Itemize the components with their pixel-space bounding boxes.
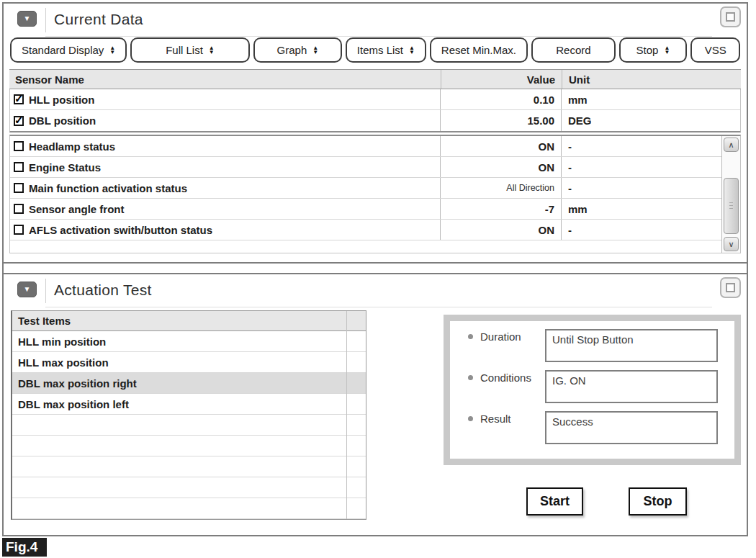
- toolbar-dropdown-button[interactable]: VSS: [690, 37, 740, 63]
- toolbar-dropdown-button[interactable]: Record: [531, 37, 616, 63]
- toolbar-button-label: Standard Display: [22, 44, 104, 56]
- toolbar-button-label: Graph: [277, 44, 307, 56]
- sensor-value-cell: ON: [441, 220, 562, 240]
- test-detail-value-box[interactable]: Until Stop Button: [545, 329, 718, 362]
- test-detail-value-box[interactable]: Success: [545, 411, 718, 444]
- empty-row: [12, 456, 366, 477]
- sensor-unit-cell: -: [562, 178, 721, 198]
- sensor-name-cell: AFLS activation swith/button status: [10, 220, 441, 240]
- diagnostic-window: ▼ Current Data Standard Display ▲▼ Full …: [2, 2, 748, 536]
- test-item-row[interactable]: DBL max position left: [12, 394, 366, 415]
- current-data-title: Current Data: [54, 11, 143, 28]
- scroll-up-button[interactable]: ∧: [724, 138, 739, 152]
- toolbar-dropdown-button[interactable]: Graph ▲▼: [253, 37, 343, 63]
- bullet-icon: [468, 334, 473, 339]
- sensor-unit-cell: mm: [562, 89, 740, 109]
- selected-sensors-section: HLL position 0.10 mm DBL position 15.00: [9, 89, 741, 132]
- sensor-name-label: Sensor angle front: [29, 203, 125, 215]
- stop-button[interactable]: Stop: [629, 487, 687, 516]
- sensor-value: ON: [539, 224, 555, 236]
- sensor-table-header: Sensor Name Value Unit: [9, 69, 741, 89]
- sensor-row[interactable]: DBL position 15.00 DEG: [10, 110, 740, 131]
- sensor-rows: Headlamp status ON - Engine Status: [10, 136, 721, 253]
- sensor-checkbox[interactable]: [14, 183, 24, 193]
- header-divider: [45, 279, 46, 303]
- test-items-column-header: Test Items: [12, 311, 366, 331]
- sensor-name-cell: Engine Status: [10, 157, 441, 177]
- sensor-checkbox[interactable]: [14, 141, 24, 151]
- sensor-row[interactable]: HLL position 0.10 mm: [10, 89, 740, 110]
- sensor-name-cell: HLL position: [10, 89, 441, 109]
- sensor-checkbox[interactable]: [14, 225, 24, 235]
- current-data-header: ▼ Current Data: [4, 4, 747, 37]
- sensor-checkbox[interactable]: [14, 162, 24, 172]
- start-button[interactable]: Start: [526, 487, 583, 516]
- sensor-row[interactable]: Sensor angle front -7 mm: [10, 199, 721, 220]
- sensor-name-cell: Main function activation status: [10, 178, 441, 198]
- test-item-label: HLL min position: [18, 336, 106, 348]
- table-right-column-divider: [346, 311, 347, 519]
- sensor-checkbox[interactable]: [14, 116, 24, 126]
- sensor-row[interactable]: Engine Status ON -: [10, 157, 721, 178]
- sensor-name-label: AFLS activation swith/button status: [29, 224, 212, 236]
- test-detail-frame: Duration Until Stop Button Conditions IG…: [444, 315, 741, 465]
- sensor-value-cell: 0.10: [441, 89, 562, 109]
- toolbar-button-label: Record: [556, 44, 590, 56]
- sensor-value: ON: [539, 140, 555, 153]
- toolbar-dropdown-button[interactable]: Stop ▲▼: [619, 37, 688, 63]
- actuation-test-header: ▼ Actuation Test: [4, 274, 747, 307]
- up-down-arrows-icon: ▲▼: [209, 46, 215, 55]
- toolbar-button-label: Reset Min.Max.: [441, 44, 516, 56]
- empty-row: [12, 498, 366, 519]
- collapse-current-data-button[interactable]: ▼: [17, 11, 37, 27]
- test-item-row[interactable]: HLL min position: [12, 331, 366, 352]
- square-icon: [726, 283, 735, 292]
- toolbar-button-label: VSS: [705, 44, 726, 56]
- sensor-row[interactable]: Main function activation status All Dire…: [10, 178, 721, 199]
- current-data-panel: ▼ Current Data Standard Display ▲▼ Full …: [4, 4, 747, 264]
- empty-row: [12, 436, 366, 456]
- sensor-name-label: DBL position: [29, 114, 96, 127]
- test-detail-label: Duration: [480, 329, 545, 343]
- sensor-value: 0.10: [534, 94, 554, 106]
- sensor-name-cell: DBL position: [10, 110, 441, 131]
- sensor-row[interactable]: Headlamp status ON -: [10, 136, 721, 157]
- sensor-checkbox[interactable]: [14, 204, 24, 214]
- figure-caption: Fig.4: [2, 538, 47, 557]
- empty-row: [12, 477, 366, 498]
- vertical-scrollbar[interactable]: ∧ ∨: [721, 136, 740, 253]
- actuation-test-panel: ▼ Actuation Test Test Items HLL min posi…: [4, 273, 747, 530]
- sensor-name-cell: Headlamp status: [10, 136, 441, 156]
- panel-separator: [4, 264, 747, 273]
- chevron-down-icon: ▼: [24, 286, 31, 293]
- test-item-row[interactable]: DBL max position right: [12, 373, 366, 394]
- sensor-name-label: Engine Status: [29, 161, 101, 174]
- toolbar-dropdown-button[interactable]: Reset Min.Max.: [430, 37, 528, 63]
- sensor-unit-cell: -: [562, 220, 721, 240]
- toolbar-dropdown-button[interactable]: Items List ▲▼: [346, 37, 426, 63]
- sensor-scroll-area: Headlamp status ON - Engine Status: [9, 135, 741, 253]
- collapse-actuation-test-button[interactable]: ▼: [17, 282, 37, 297]
- scrollbar-thumb[interactable]: [724, 178, 739, 234]
- sensor-checkbox[interactable]: [14, 94, 24, 104]
- sensor-unit-cell: mm: [562, 199, 721, 219]
- toolbar-dropdown-button[interactable]: Full List ▲▼: [130, 37, 249, 63]
- restore-actuation-test-button[interactable]: [720, 277, 741, 298]
- restore-current-data-button[interactable]: [720, 6, 741, 27]
- scroll-down-button[interactable]: ∨: [724, 237, 739, 251]
- sensor-name-label: Main function activation status: [29, 182, 187, 194]
- sensor-row[interactable]: AFLS activation swith/button status ON -: [10, 220, 721, 240]
- sensor-unit-cell: -: [562, 136, 721, 156]
- up-down-arrows-icon: ▲▼: [664, 46, 670, 55]
- header-underline: [45, 307, 712, 307]
- sensor-value: -7: [545, 203, 554, 215]
- sensor-unit-cell: -: [562, 157, 721, 177]
- test-detail-value-box[interactable]: IG. ON: [545, 370, 718, 403]
- toolbar-button-label: Stop: [636, 44, 659, 56]
- value-column-header: Value: [441, 70, 562, 89]
- test-item-label: DBL max position right: [18, 377, 137, 390]
- sensor-unit-cell: DEG: [562, 110, 740, 131]
- bullet-icon: [468, 375, 473, 380]
- toolbar-dropdown-button[interactable]: Standard Display ▲▼: [10, 37, 127, 63]
- test-item-row[interactable]: HLL max position: [12, 352, 366, 373]
